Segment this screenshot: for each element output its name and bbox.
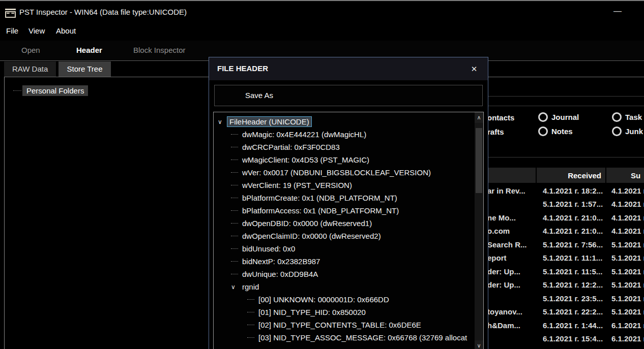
file-header-dialog: FILE HEADER ✕ Save As ∨ FileHeader (UNIC… [209, 57, 488, 349]
mail-cell-received: 5.1.2021 г. 11:5... [537, 267, 606, 276]
tree-node[interactable]: wMagicClient: 0x4D53 (PST_MAGIC) [214, 153, 474, 166]
mail-cell-sent: 4.1.2021 г [606, 186, 644, 195]
dotted-connector [231, 185, 238, 185]
tree-node[interactable]: dwUnique: 0xDD9B4A [214, 268, 474, 280]
tree-node[interactable]: dwCRCPartial: 0xF3F0CD83 [214, 141, 474, 153]
minimize-button[interactable]: — [606, 5, 629, 19]
tree-node[interactable]: [00] UNKNOWN: 0000001D: 0x666DD [214, 293, 474, 306]
tree-node-label[interactable]: wVer: 0x0017 (NDBUNI_BIGSBLOCKLEAF_VERSI… [240, 168, 433, 177]
mail-cell-received: 6.1.2021 г. 15:4... [537, 334, 606, 343]
tree-node[interactable]: dwOpenClaimID: 0x0000 (dwReserved2) [214, 230, 474, 242]
mail-table-row[interactable]: 5.1.2021 г. 1:57... 4.1.2021 г [487, 198, 644, 211]
tree-node[interactable]: bidNextP: 0x2382B987 [214, 255, 474, 268]
save-as-button[interactable]: Save As [245, 85, 273, 106]
radio-option[interactable]: Junk [612, 126, 643, 136]
tree-node-label[interactable]: [03] NID_TYPE_ASSOC_MESSAGE: 0x66768 (32… [256, 333, 469, 342]
radio-circle-icon[interactable] [538, 126, 548, 136]
dotted-connector [231, 172, 238, 173]
scrollbar-thumb[interactable] [476, 128, 482, 193]
scroll-down-icon[interactable]: ∨ [475, 340, 483, 349]
app-icon-bar [5, 9, 16, 10]
tree-node[interactable]: dwOpenDBID: 0x0000 (dwReserved1) [214, 217, 474, 230]
store-tree-root-row[interactable]: Personal Folders [13, 85, 88, 96]
tree-node[interactable]: dwMagic: 0x4E444221 (dwMagicHL) [214, 128, 474, 141]
radio-label-fragment[interactable]: ontacts [487, 113, 514, 122]
tree-node-label[interactable]: wMagicClient: 0x4D53 (PST_MAGIC) [240, 155, 371, 165]
tree-node-label[interactable]: bidNextP: 0x2382B987 [240, 257, 322, 266]
mail-table-row[interactable]: eport 5.1.2021 г. 11:1... 5.1.2021 г [487, 251, 644, 265]
chevron-down-icon[interactable]: ∨ [218, 118, 227, 125]
radio-label-fragment[interactable]: rafts [487, 128, 504, 136]
mail-table-row[interactable]: ar in Rev... 4.1.2021 г. 18:2... 4.1.202… [487, 184, 644, 198]
tab-store-tree[interactable]: Store Tree [58, 61, 110, 77]
mail-table-row[interactable]: h&Dam... 6.1.2021 г. 1:44... 6.1.2021 г [487, 319, 644, 332]
tree-node-label[interactable]: [01] NID_TYPE_HID: 0x850020 [256, 307, 368, 317]
scroll-up-icon[interactable]: ∧ [475, 112, 483, 123]
mail-cell-sent: 6.1.2021 г [606, 334, 644, 343]
mail-cell-received: 4.1.2021 г. 21:0... [537, 213, 606, 222]
dialog-tree-scrollbar[interactable]: ∧ ∨ [475, 112, 483, 349]
tree-node[interactable]: bPlatformAccess: 0x1 (NDB_PLATFORM_NT) [214, 204, 474, 217]
tree-node-label[interactable]: rgnid [240, 282, 261, 292]
tree-node-label[interactable]: bPlatformCreate: 0x1 (NDB_PLATFORM_NT) [240, 193, 399, 203]
mail-column-header-sent[interactable]: Su [606, 168, 644, 183]
mail-table-row[interactable]: ne Mo... 4.1.2021 г. 21:0... 4.1.2021 г [487, 211, 644, 225]
dotted-connector [231, 210, 238, 211]
mail-table-row[interactable]: o.com 4.1.2021 г. 21:0... 4.1.2021 г [487, 225, 644, 238]
tree-node-label[interactable]: wVerClient: 19 (PST_VERSION) [240, 180, 354, 190]
dotted-connector [231, 198, 238, 198]
mail-table-row[interactable]: Search R... 5.1.2021 г. 7:56... 5.1.2021… [487, 238, 644, 251]
mail-column-header-subject[interactable] [487, 168, 536, 183]
mail-column-header-received[interactable]: Received [537, 168, 605, 183]
mail-table-row[interactable]: toyanov... 5.1.2021 г. 22:2... 5.1.2021 … [487, 305, 644, 319]
radio-option[interactable]: Journal [538, 112, 579, 122]
scrollbar-track[interactable] [475, 123, 483, 340]
tree-node[interactable]: [03] NID_TYPE_ASSOC_MESSAGE: 0x66768 (32… [214, 331, 474, 344]
mail-cell-subject: der: Up... [487, 280, 537, 289]
radio-option[interactable]: Task [612, 112, 642, 122]
menu-item-about[interactable]: About [56, 26, 76, 35]
menu-item-file[interactable]: File [6, 26, 18, 35]
tree-node[interactable]: bidUnused: 0x0 [214, 242, 474, 255]
mail-table-row[interactable]: 6.1.2021 г. 15:4... 6.1.2021 г [487, 332, 644, 346]
store-tree-root-label[interactable]: Personal Folders [22, 85, 88, 96]
dotted-connector [231, 223, 238, 224]
mail-table-row[interactable]: der: Up... 5.1.2021 г. 12:2... 5.1.2021 … [487, 278, 644, 292]
toolbar-item-block-inspector[interactable]: Block Inspector [133, 46, 186, 54]
toolbar-item-open[interactable]: Open [21, 46, 40, 54]
tree-node[interactable]: wVerClient: 19 (PST_VERSION) [214, 179, 474, 192]
tree-node-label[interactable]: bidUnused: 0x0 [240, 244, 297, 253]
tree-node-label[interactable]: bPlatformAccess: 0x1 (NDB_PLATFORM_NT) [240, 206, 401, 215]
mail-cell-sent: 4.1.2021 г [606, 200, 644, 208]
tab-raw-data[interactable]: RAW Data [4, 61, 56, 77]
menu-item-view[interactable]: View [28, 26, 45, 35]
radio-option[interactable]: Notes [538, 126, 573, 136]
tree-node-label[interactable]: dwCRCPartial: 0xF3F0CD83 [240, 142, 342, 152]
chevron-down-icon[interactable]: ∨ [231, 283, 240, 291]
tree-node-label[interactable]: [00] UNKNOWN: 0000001D: 0x666DD [256, 295, 391, 304]
close-icon[interactable]: ✕ [467, 62, 481, 76]
mail-cell-subject: eport [487, 253, 537, 262]
tree-node-label[interactable]: [02] NID_TYPE_CONTENTS_TABLE: 0x6DE6E [256, 320, 423, 330]
tree-node-label[interactable]: dwOpenClaimID: 0x0000 (dwReserved2) [240, 231, 383, 241]
tree-node[interactable]: wVer: 0x0017 (NDBUNI_BIGSBLOCKLEAF_VERSI… [214, 166, 474, 179]
toolbar-item-header[interactable]: Header [76, 46, 102, 54]
tree-node-label[interactable]: dwUnique: 0xDD9B4A [240, 269, 320, 279]
tree-node[interactable]: [02] NID_TYPE_CONTENTS_TABLE: 0x6DE6E [214, 319, 474, 331]
tree-node-label[interactable]: dwMagic: 0x4E444221 (dwMagicHL) [240, 130, 368, 139]
tree-node[interactable]: [01] NID_TYPE_HID: 0x850020 [214, 306, 474, 319]
menu-bar: File View About [0, 23, 644, 40]
tree-node-label[interactable]: FileHeader (UNICODE) [227, 116, 312, 127]
radio-circle-icon[interactable] [612, 126, 622, 136]
tree-node[interactable]: bPlatformCreate: 0x1 (NDB_PLATFORM_NT) [214, 192, 474, 204]
mail-cell-received: 5.1.2021 г. 23:5... [537, 294, 606, 303]
tree-node-label[interactable]: dwOpenDBID: 0x0000 (dwReserved1) [240, 218, 374, 228]
mail-table-row[interactable]: der: Up... 5.1.2021 г. 11:5... 5.1.2021 … [487, 265, 644, 278]
tree-node[interactable]: ∨ rgnid [214, 280, 474, 293]
dialog-titlebar: FILE HEADER ✕ [209, 57, 488, 80]
mail-cell-received: 4.1.2021 г. 21:0... [537, 227, 606, 235]
radio-circle-icon[interactable] [538, 112, 548, 122]
mail-table-row[interactable]: 5.1.2021 г. 23:5... 5.1.2021 г [487, 292, 644, 305]
tree-node[interactable]: ∨ FileHeader (UNICODE) [214, 115, 474, 128]
radio-circle-icon[interactable] [612, 112, 622, 122]
